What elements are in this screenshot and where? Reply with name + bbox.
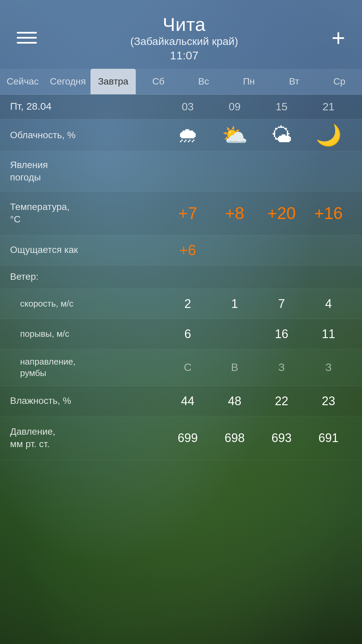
val-feels-03: +6	[164, 242, 211, 259]
tabs-bar: Сейчас Сегодня Завтра Сб Вс Пн Вт Ср	[0, 69, 362, 95]
tab-today[interactable]: Сегодня	[45, 69, 90, 94]
val-humid-15: 22	[258, 394, 305, 408]
val-wspeed-03: 2	[164, 297, 211, 311]
menu-button[interactable]	[13, 29, 40, 47]
tab-now[interactable]: Сейчас	[0, 69, 45, 94]
time-col-21: 21	[305, 101, 352, 113]
label-pressure: Давление,мм рт. ст.	[10, 426, 164, 450]
label-wind: Ветер:	[10, 271, 164, 283]
tab-tomorrow[interactable]: Завтра	[90, 69, 136, 94]
row-cloudiness: Облачность, % 🌧 ⛅ 🌤 🌙	[0, 119, 362, 151]
val-temp-03: +7	[164, 204, 211, 223]
icon-cloudiness-03: 🌧	[164, 125, 211, 146]
label-wind-speed: скорость, м/с	[10, 298, 164, 310]
val-wdir-09: В	[211, 361, 258, 374]
time-col-03: 03	[164, 101, 211, 113]
val-temp-09: +8	[211, 204, 258, 223]
header-time: 11:07	[130, 49, 238, 62]
header-center: Чита (Забайкальский край) 11:07	[130, 13, 238, 62]
row-phenomena: Явленияпогоды	[0, 151, 362, 192]
tab-tue[interactable]: Вт	[272, 69, 317, 94]
header: Чита (Забайкальский край) 11:07 +	[0, 0, 362, 69]
val-wdir-03: С	[164, 361, 211, 374]
row-pressure: Давление,мм рт. ст. 699 698 693 691	[0, 416, 362, 460]
row-feels-like: Ощущается как +6	[0, 235, 362, 265]
val-wgusts-03: 6	[164, 327, 211, 341]
time-col-15: 15	[258, 101, 305, 113]
val-wspeed-15: 7	[258, 297, 305, 311]
city-region: (Забайкальский край)	[130, 35, 238, 48]
city-name: Чита	[130, 13, 238, 35]
time-col-09: 09	[211, 101, 258, 113]
val-wgusts-15: 16	[258, 327, 305, 341]
row-wind-speed: скорость, м/с 2 1 7 4	[0, 289, 362, 319]
val-humid-21: 23	[305, 394, 352, 408]
label-feels-like: Ощущается как	[10, 244, 164, 256]
row-wind-header: Ветер:	[0, 265, 362, 289]
val-temp-15: +20	[258, 204, 305, 223]
val-press-09: 698	[211, 431, 258, 445]
icon-cloudiness-15: 🌤	[258, 125, 305, 146]
val-press-15: 693	[258, 431, 305, 445]
tab-sun[interactable]: Вс	[181, 69, 226, 94]
add-city-button[interactable]: +	[328, 23, 349, 53]
val-humid-09: 48	[211, 394, 258, 408]
val-press-21: 691	[305, 431, 352, 445]
label-wind-dir: направление,румбы	[10, 356, 164, 379]
tab-sat[interactable]: Сб	[136, 69, 181, 94]
icon-cloudiness-09: ⛅	[211, 125, 258, 146]
label-phenomena: Явленияпогоды	[10, 159, 164, 183]
label-wind-gusts: порывы, м/с	[10, 328, 164, 340]
row-temperature: Температура,°С +7 +8 +20 +16	[0, 192, 362, 235]
row-wind-dir: направление,румбы С В З З	[0, 349, 362, 386]
weather-data-table: Пт, 28.04 03 09 15 21 Облачность, % 🌧 ⛅ …	[0, 95, 362, 460]
val-wspeed-09: 1	[211, 297, 258, 311]
label-humidity: Влажность, %	[10, 395, 164, 407]
icon-cloudiness-21: 🌙	[305, 125, 352, 146]
table-header-row: Пт, 28.04 03 09 15 21	[0, 95, 362, 119]
val-temp-21: +16	[305, 204, 352, 223]
val-wspeed-21: 4	[305, 297, 352, 311]
label-cloudiness: Облачность, %	[10, 129, 164, 141]
tab-wed[interactable]: Ср	[317, 69, 362, 94]
val-humid-03: 44	[164, 394, 211, 408]
val-wdir-15: З	[258, 361, 305, 374]
row-wind-gusts: порывы, м/с 6 16 11	[0, 319, 362, 349]
val-wgusts-21: 11	[305, 327, 352, 341]
tab-mon[interactable]: Пн	[226, 69, 272, 94]
val-press-03: 699	[164, 431, 211, 445]
date-label: Пт, 28.04	[10, 101, 164, 113]
label-temperature: Температура,°С	[10, 201, 164, 225]
val-wdir-21: З	[305, 361, 352, 374]
row-humidity: Влажность, % 44 48 22 23	[0, 386, 362, 416]
